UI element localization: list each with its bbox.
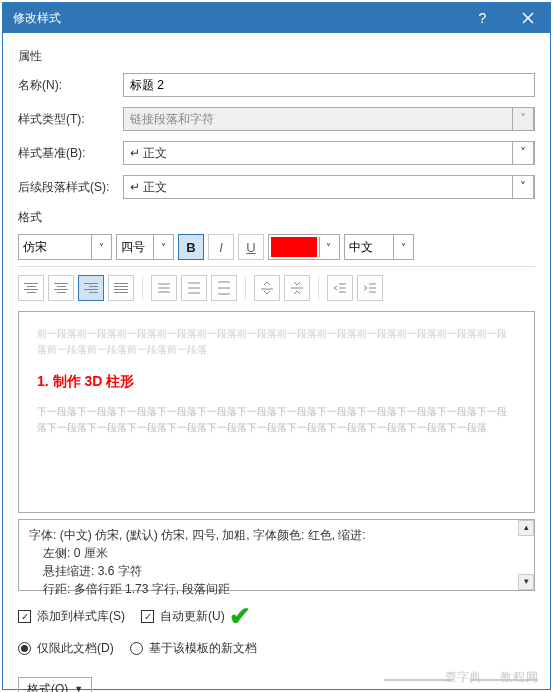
indent-inc-button[interactable] [357, 275, 383, 301]
indent-dec-button[interactable] [327, 275, 353, 301]
style-type-select: 链接段落和字符 ˅ [123, 107, 535, 131]
font-name-combo[interactable]: ˅ [18, 234, 112, 260]
close-button[interactable] [505, 3, 550, 33]
line-spacing-15-button[interactable] [181, 275, 207, 301]
close-icon [522, 12, 534, 24]
language-input[interactable] [345, 235, 393, 259]
name-label: 名称(N): [18, 77, 123, 94]
align-right-button[interactable] [78, 275, 104, 301]
preview-main-text: 1. 制作 3D 柱形 [37, 370, 516, 392]
based-on-select[interactable]: ↵ 正文 ˅ [123, 141, 535, 165]
titlebar: 修改样式 ? [3, 3, 550, 33]
line-spacing-icon [186, 281, 202, 295]
font-color-button[interactable]: ˅ [268, 234, 340, 260]
format-section-label: 格式 [18, 209, 535, 226]
add-to-library-label: 添加到样式库(S) [37, 608, 125, 625]
based-on-template-radio[interactable] [130, 642, 143, 655]
based-on-template-label: 基于该模板的新文档 [149, 640, 257, 657]
next-style-select[interactable]: ↵ 正文 ˅ [123, 175, 535, 199]
indent-increase-icon [362, 281, 378, 295]
line-spacing-icon [156, 281, 172, 295]
scroll-up-button[interactable]: ▴ [518, 520, 534, 536]
language-combo[interactable]: ˅ [344, 234, 414, 260]
align-center-button[interactable] [48, 275, 74, 301]
chevron-down-icon[interactable]: ˅ [319, 237, 337, 257]
dialog-title: 修改样式 [13, 10, 61, 27]
italic-button[interactable]: I [208, 234, 234, 260]
format-dropdown-button[interactable]: 格式(O) ▼ [18, 677, 92, 692]
green-check-icon: ✔ [229, 601, 251, 632]
spacing-decrease-icon [289, 281, 305, 295]
desc-line: 悬挂缩进: 3.6 字符 [29, 562, 524, 580]
properties-section-label: 属性 [18, 48, 535, 65]
preview-after-text: 下一段落下一段落下一段落下一段落下一段落下一段落下一段落下一段落下一段落下一段落… [37, 404, 516, 436]
auto-update-label: 自动更新(U) [160, 608, 225, 625]
next-style-label: 后续段落样式(S): [18, 179, 123, 196]
watermark-right: 教程网 [500, 669, 539, 686]
desc-line: 左侧: 0 厘米 [29, 544, 524, 562]
scroll-down-button[interactable]: ▾ [518, 574, 534, 590]
divider [142, 277, 143, 299]
line-spacing-2-button[interactable] [211, 275, 237, 301]
spacing-increase-icon [259, 281, 275, 295]
chevron-down-icon[interactable]: ˅ [512, 141, 534, 165]
triangle-down-icon: ▼ [74, 684, 83, 692]
desc-line: 行距: 多倍行距 1.73 字行, 段落间距 [29, 580, 524, 598]
add-to-library-checkbox[interactable]: ✓ [18, 610, 31, 623]
only-this-doc-radio[interactable] [18, 642, 31, 655]
preview-before-text: 前一段落前一段落前一段落前一段落前一段落前一段落前一段落前一段落前一段落前一段落… [37, 326, 516, 358]
based-on-label: 样式基准(B): [18, 145, 123, 162]
desc-line: 字体: (中文) 仿宋, (默认) 仿宋, 四号, 加粗, 字体颜色: 红色, … [29, 526, 524, 544]
align-justify-button[interactable] [108, 275, 134, 301]
chevron-down-icon[interactable]: ˅ [393, 235, 413, 259]
para-space-inc-button[interactable] [254, 275, 280, 301]
only-this-doc-label: 仅限此文档(D) [37, 640, 114, 657]
bold-button[interactable]: B [178, 234, 204, 260]
chevron-down-icon: ˅ [512, 107, 534, 131]
font-size-input[interactable] [117, 235, 153, 259]
help-button[interactable]: ? [460, 3, 505, 33]
divider [245, 277, 246, 299]
name-input[interactable] [123, 73, 535, 97]
line-spacing-1-button[interactable] [151, 275, 177, 301]
description-box: 字体: (中文) 仿宋, (默认) 仿宋, 四号, 加粗, 字体颜色: 红色, … [18, 519, 535, 591]
auto-update-checkbox[interactable]: ✓ [141, 610, 154, 623]
align-left-button[interactable] [18, 275, 44, 301]
preview-pane: 前一段落前一段落前一段落前一段落前一段落前一段落前一段落前一段落前一段落前一段落… [18, 311, 535, 513]
font-name-input[interactable] [19, 235, 91, 259]
divider [318, 277, 319, 299]
chevron-down-icon[interactable]: ˅ [153, 235, 173, 259]
font-size-combo[interactable]: ˅ [116, 234, 174, 260]
line-spacing-icon [216, 281, 232, 295]
para-space-dec-button[interactable] [284, 275, 310, 301]
ok-button-placeholder[interactable] [384, 676, 452, 681]
watermark-left: 查字典 [445, 669, 481, 686]
underline-button[interactable]: U [238, 234, 264, 260]
indent-decrease-icon [332, 281, 348, 295]
color-swatch [271, 237, 317, 257]
style-type-label: 样式类型(T): [18, 111, 123, 128]
chevron-down-icon[interactable]: ˅ [91, 235, 111, 259]
chevron-down-icon[interactable]: ˅ [512, 175, 534, 199]
